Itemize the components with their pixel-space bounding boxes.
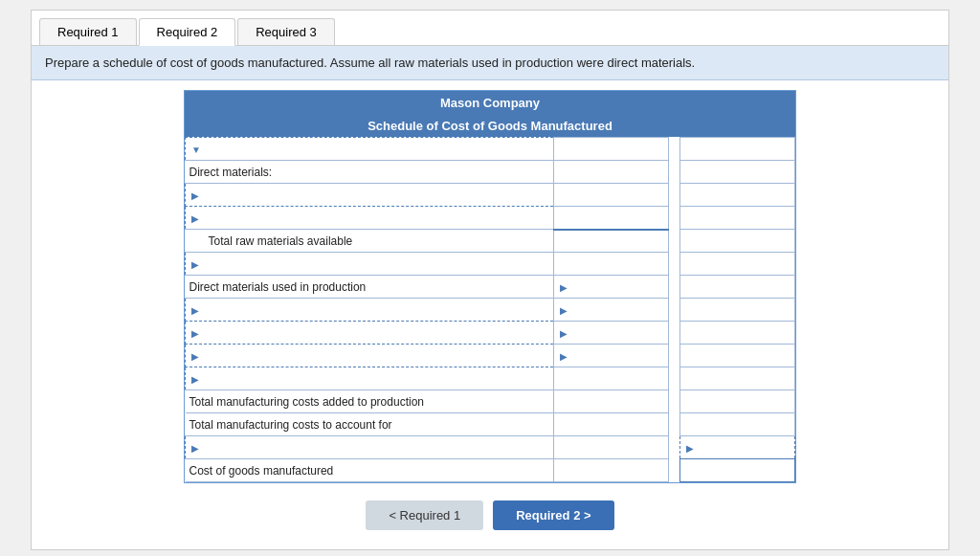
cell-input[interactable] xyxy=(570,323,661,342)
dropdown-arrow-icon: ▶ xyxy=(191,259,199,270)
cell-input[interactable] xyxy=(684,392,791,411)
input-cell[interactable] xyxy=(679,253,794,276)
cell-input[interactable] xyxy=(684,300,791,319)
cell-input[interactable] xyxy=(558,255,664,273)
cell-input[interactable] xyxy=(558,415,664,434)
row-label-input[interactable]: ▶ xyxy=(186,345,554,367)
row-label-input[interactable]: ▶ xyxy=(186,436,554,459)
input-cell[interactable]: ▶ xyxy=(553,345,668,367)
input-cell[interactable] xyxy=(679,161,794,184)
cell-input[interactable] xyxy=(558,438,664,456)
cell-input[interactable] xyxy=(697,438,788,456)
label-cost-of-goods: Cost of goods manufactured xyxy=(186,459,554,482)
cell-input[interactable] xyxy=(558,392,664,411)
cell-input[interactable] xyxy=(684,163,791,181)
cell-input[interactable] xyxy=(558,163,664,181)
table-row: ▶ xyxy=(186,184,795,207)
cell-input[interactable] xyxy=(558,186,664,204)
input-cell[interactable] xyxy=(679,390,794,413)
table-row: ▶ ▶ xyxy=(186,322,795,345)
cell-input[interactable] xyxy=(684,369,791,388)
input-cell-final[interactable] xyxy=(679,459,794,482)
table-row: ▼ xyxy=(186,138,795,161)
cell-input[interactable] xyxy=(684,186,791,204)
table-row: ▶ xyxy=(186,253,795,276)
input-cell[interactable] xyxy=(553,436,668,459)
cell-input[interactable] xyxy=(558,461,664,479)
section-label-direct-materials: Direct materials: xyxy=(186,161,554,184)
cell-input[interactable] xyxy=(684,255,791,273)
cell-input[interactable] xyxy=(558,140,664,158)
cell-input[interactable] xyxy=(570,346,661,365)
input-cell[interactable] xyxy=(679,322,794,345)
input-cell[interactable] xyxy=(553,390,668,413)
dropdown-arrow-icon: ▶ xyxy=(191,305,199,316)
dropdown-label-cell[interactable]: ▼ xyxy=(186,138,554,161)
dropdown-arrow-icon: ▶ xyxy=(191,374,199,385)
nav-buttons: < Required 1 Required 2 > xyxy=(51,500,929,530)
cell-input[interactable] xyxy=(684,461,791,479)
input-cell[interactable]: ▶ xyxy=(553,276,668,299)
input-cell[interactable] xyxy=(553,459,668,482)
tab-required2[interactable]: Required 2 xyxy=(139,18,236,46)
input-cell-highlighted[interactable]: ▶ xyxy=(679,436,794,459)
label-total-mfg-account: Total manufacturing costs to account for xyxy=(186,413,554,436)
input-cell[interactable] xyxy=(553,367,668,390)
row-label-input[interactable]: ▶ xyxy=(186,184,554,207)
row-label-input[interactable]: ▶ xyxy=(186,253,554,276)
input-cell[interactable] xyxy=(679,413,794,436)
cell-input[interactable] xyxy=(684,323,791,342)
cell-input[interactable] xyxy=(558,233,664,251)
table-row: ▶ ▶ xyxy=(186,299,795,322)
cell-input[interactable] xyxy=(684,346,791,365)
cell-input[interactable] xyxy=(684,232,791,250)
cell-input[interactable] xyxy=(558,209,664,227)
cell-input[interactable] xyxy=(684,140,791,158)
input-cell[interactable]: ▶ xyxy=(553,299,668,322)
table-subtitle: Schedule of Cost of Goods Manufactured xyxy=(185,115,795,137)
table-row: Cost of goods manufactured xyxy=(186,459,795,482)
dropdown-arrow-icon: ▶ xyxy=(191,443,199,454)
schedule-table-wrapper: Mason Company Schedule of Cost of Goods … xyxy=(184,90,796,483)
cell-input[interactable] xyxy=(558,369,664,388)
tab-required3[interactable]: Required 3 xyxy=(237,18,335,45)
cell-input[interactable] xyxy=(684,209,791,227)
input-cell-col1[interactable] xyxy=(553,138,668,161)
table-row: Direct materials: xyxy=(186,161,795,184)
dropdown-arrow-icon: ▶ xyxy=(191,213,199,224)
dropdown-arrow-icon: ▶ xyxy=(191,351,199,362)
dropdown-arrow-icon: ▶ xyxy=(191,190,199,201)
label-total-raw: Total raw materials available xyxy=(186,230,554,253)
row-label-input[interactable]: ▶ xyxy=(186,207,554,230)
cell-input[interactable] xyxy=(570,278,661,296)
input-cell[interactable] xyxy=(553,253,668,276)
input-cell[interactable] xyxy=(553,184,668,207)
input-cell[interactable] xyxy=(679,230,794,253)
cell-input[interactable] xyxy=(684,278,791,296)
prev-button[interactable]: < Required 1 xyxy=(366,500,483,530)
next-button[interactable]: Required 2 > xyxy=(493,500,613,530)
input-cell[interactable] xyxy=(679,299,794,322)
input-cell[interactable] xyxy=(553,413,668,436)
input-cell-col3[interactable] xyxy=(679,138,794,161)
row-label-input[interactable]: ▶ xyxy=(186,322,554,345)
table-row: Total manufacturing costs added to produ… xyxy=(186,390,795,413)
tab-required1[interactable]: Required 1 xyxy=(39,18,137,45)
table-row: Total raw materials available xyxy=(186,230,795,253)
input-cell[interactable] xyxy=(679,207,794,230)
table-row: Total manufacturing costs to account for xyxy=(186,413,795,436)
cell-input[interactable] xyxy=(684,415,791,434)
main-content: Mason Company Schedule of Cost of Goods … xyxy=(32,80,948,549)
input-cell[interactable] xyxy=(679,276,794,299)
input-cell[interactable] xyxy=(553,230,668,253)
input-cell[interactable] xyxy=(553,161,668,184)
input-cell[interactable]: ▶ xyxy=(553,322,668,345)
cell-input[interactable] xyxy=(570,300,661,319)
input-cell[interactable] xyxy=(679,345,794,367)
input-cell[interactable] xyxy=(679,184,794,207)
row-label-input[interactable]: ▶ xyxy=(186,299,554,322)
input-cell[interactable] xyxy=(553,207,668,230)
row-label-input[interactable]: ▶ xyxy=(186,367,554,390)
input-cell[interactable] xyxy=(679,367,794,390)
schedule-table: ▼ Direct materials: xyxy=(185,137,795,482)
